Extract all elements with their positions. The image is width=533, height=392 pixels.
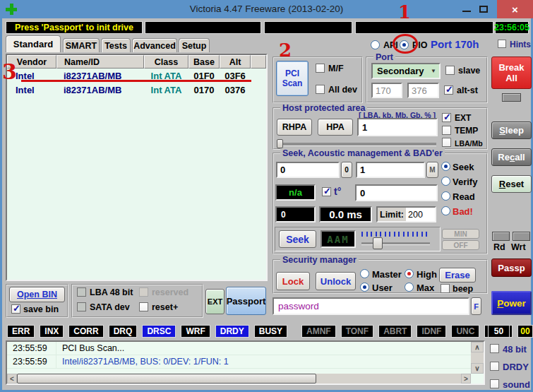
tab-standard[interactable]: Standard	[6, 35, 61, 52]
erase-button[interactable]: Erase	[439, 268, 476, 283]
tab-setup[interactable]: Setup	[179, 38, 210, 52]
ext-button[interactable]: EXT	[205, 289, 224, 314]
table-row[interactable]: Intel i82371AB/MB Int ATA 0170 0376	[7, 83, 266, 97]
reset-label: Reset	[499, 179, 524, 189]
mode-verify-radio[interactable]	[441, 177, 450, 186]
save-bin-label: save bin	[23, 304, 59, 314]
temp-checkbox[interactable]	[442, 126, 451, 135]
header-class[interactable]: Class	[144, 55, 188, 69]
annotation-circle	[393, 34, 418, 54]
count-display: 0	[275, 206, 316, 222]
power-button[interactable]: Power	[491, 291, 532, 315]
temp-monitor-checkbox[interactable]	[322, 187, 331, 196]
log-hscrollbar[interactable]: < >	[7, 374, 471, 384]
limit-value-input[interactable]: 200	[406, 208, 435, 221]
hpa-button[interactable]: HPA	[318, 119, 353, 136]
error-flag: ABRT	[378, 325, 412, 338]
mode-seek-radio[interactable]	[441, 162, 450, 171]
lba48-checkbox[interactable]	[77, 287, 86, 297]
hpa-value-input[interactable]: 1	[357, 118, 438, 136]
zero-button[interactable]: 0	[341, 162, 352, 178]
cell-base: 0170	[188, 85, 220, 95]
aam-slider-track[interactable]	[361, 242, 430, 244]
beep-checkbox[interactable]	[441, 284, 450, 293]
lba-end-input[interactable]: 1	[356, 162, 425, 178]
save-bin-checkbox[interactable]	[11, 304, 20, 314]
seek-group-title: Seek, Acoustic management & BAD'er	[280, 148, 445, 158]
minimize-icon[interactable]	[462, 11, 471, 12]
password-f-button[interactable]: F	[471, 297, 481, 315]
header-base[interactable]: Base	[188, 55, 220, 69]
password-value: password	[274, 301, 319, 311]
hints-checkbox[interactable]	[498, 40, 506, 48]
hpa-slider-track[interactable]	[277, 143, 436, 145]
tab-advanced[interactable]: Advanced	[132, 38, 177, 52]
unlock-button[interactable]: Unlock	[316, 272, 356, 290]
maximize-icon[interactable]	[479, 6, 488, 13]
status-flags: ERR INX CORR DRQ DRSC WRF DRDY BUSY	[7, 325, 287, 338]
clock: 23:56:05	[494, 23, 529, 32]
reset-plus-checkbox[interactable]	[139, 302, 148, 311]
mode-bad-label: Bad!	[453, 206, 473, 216]
seek-button[interactable]: Seek	[279, 230, 316, 248]
break-all-button[interactable]: Break All	[491, 57, 532, 89]
api-radio[interactable]	[371, 40, 380, 49]
port-select[interactable]: Secondary ▼	[371, 63, 441, 79]
mode-read-radio[interactable]	[441, 191, 450, 201]
open-bin-button[interactable]: Open BIN	[9, 287, 65, 302]
passp-button[interactable]: Passp	[491, 259, 532, 277]
aam-slider-handle[interactable]	[373, 237, 383, 249]
high-radio[interactable]	[405, 269, 414, 278]
password-input[interactable]: password	[273, 297, 469, 315]
master-radio[interactable]	[360, 269, 369, 278]
recall-button[interactable]: Recall	[491, 148, 532, 166]
pci-scan-button[interactable]: PCI Scan	[276, 61, 309, 96]
mf-checkbox[interactable]	[316, 64, 325, 73]
rhpa-button[interactable]: RHPA	[277, 119, 312, 136]
header-alt[interactable]: Alt	[220, 55, 251, 69]
close-button[interactable]: ×	[497, 0, 533, 18]
max-lba-button[interactable]: M	[426, 162, 438, 178]
lba-start-input[interactable]: 0	[276, 162, 340, 178]
log-time: 23:55:59	[7, 355, 56, 368]
sata-label: SATA dev	[90, 302, 130, 312]
all-dev-checkbox[interactable]	[316, 85, 325, 94]
scroll-up-icon[interactable]: ∧	[471, 342, 484, 352]
passport-button[interactable]: Passport	[226, 287, 266, 315]
count-display-value: 0	[277, 210, 286, 220]
alt-st-checkbox[interactable]	[444, 85, 453, 95]
victoria-window: Victoria 4.47 Freeware (2013-02-20) × Pr…	[0, 0, 533, 392]
hpa-ext-checkbox[interactable]	[442, 113, 451, 122]
drdy-checkbox[interactable]	[490, 362, 499, 371]
slave-label: slave	[458, 66, 480, 76]
scroll-right-icon[interactable]: >	[461, 374, 471, 384]
sata-checkbox[interactable]	[77, 302, 86, 311]
tab-smart[interactable]: SMART	[63, 38, 100, 52]
scroll-down-icon[interactable]: ∨	[471, 363, 484, 374]
temp-display: n/a	[275, 184, 316, 201]
mode-bad-radio[interactable]	[441, 206, 450, 215]
user-radio[interactable]	[360, 283, 369, 292]
max-radio[interactable]	[405, 283, 414, 292]
passport-button-label: Passport	[227, 296, 266, 307]
temp-label: TEMP	[455, 126, 478, 136]
lba-mb-checkbox[interactable]	[442, 138, 451, 147]
sound-label: sound	[503, 379, 530, 389]
lock-button[interactable]: Lock	[276, 272, 310, 290]
temp-value-input[interactable]: 0	[355, 184, 438, 201]
scroll-left-icon[interactable]: <	[7, 374, 17, 384]
hpa-slider-handle[interactable]	[277, 139, 283, 148]
header-name[interactable]: Name/ID	[56, 55, 144, 69]
bit48-checkbox[interactable]	[490, 344, 499, 353]
port-alt-input[interactable]: 376	[407, 83, 439, 98]
log-vscrollbar[interactable]: ∧ ∨	[471, 342, 484, 374]
slave-checkbox[interactable]	[445, 66, 455, 75]
reset-button[interactable]: Reset	[491, 175, 532, 193]
error-flag: IDNF	[417, 325, 446, 338]
hscroll-thumb[interactable]	[17, 374, 316, 384]
hints-label: Hints	[510, 40, 531, 49]
sound-checkbox[interactable]	[490, 379, 499, 388]
port-base-input[interactable]: 170	[371, 83, 402, 98]
tab-tests[interactable]: Tests	[101, 38, 131, 52]
sleep-button[interactable]: Sleep	[491, 121, 532, 139]
